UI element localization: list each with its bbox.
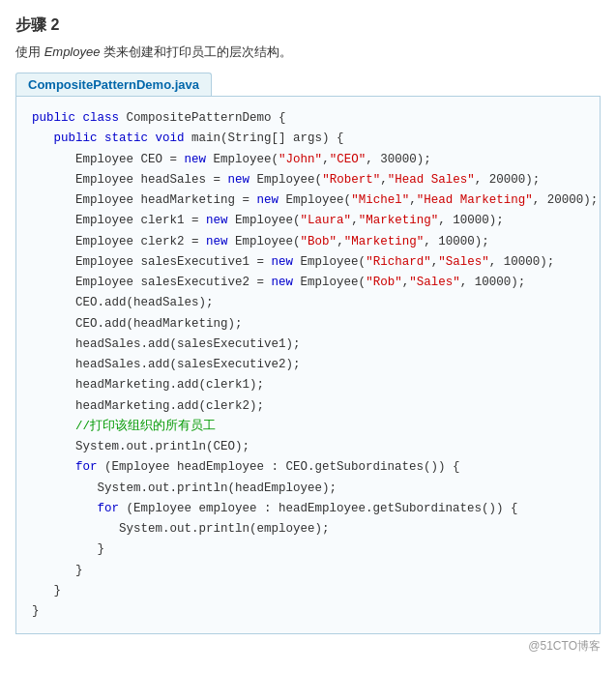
file-tab[interactable]: CompositePatternDemo.java bbox=[15, 73, 212, 96]
footer-label: @51CTO博客 bbox=[15, 638, 601, 655]
code-container: public class CompositePatternDemo { publ… bbox=[15, 96, 601, 634]
step-description: 使用 Employee 类来创建和打印员工的层次结构。 bbox=[15, 44, 601, 61]
step-title: 步骤 2 bbox=[15, 15, 601, 36]
